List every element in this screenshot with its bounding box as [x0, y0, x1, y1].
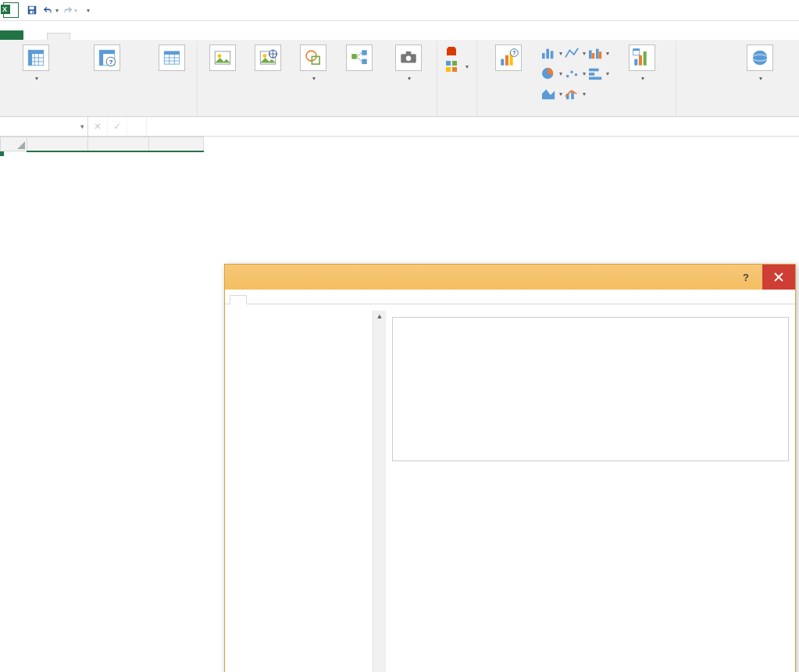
formula-bar: ✕ ✓	[0, 117, 799, 137]
svg-rect-49	[596, 49, 599, 59]
chart-type-pie[interactable]: ▾	[540, 63, 563, 84]
selection-rectangle	[0, 152, 3, 155]
recommended-charts-button[interactable]: ?	[482, 43, 535, 76]
svg-point-34	[406, 56, 412, 62]
thumbnail-scrollbar[interactable]: ▲ ▼	[373, 311, 386, 672]
ribbon-tab-review[interactable]	[141, 33, 164, 40]
ribbon-tabs	[0, 21, 799, 40]
chart-type-scatter[interactable]: ▾	[563, 63, 587, 84]
dialog-tab-recommended[interactable]	[230, 295, 247, 304]
svg-rect-17	[164, 52, 180, 55]
map-icon	[747, 44, 773, 71]
svg-point-53	[570, 70, 573, 73]
ribbon-tab-formulas[interactable]	[94, 33, 117, 40]
pivot-chart-button[interactable]: ▾	[613, 43, 671, 85]
svg-rect-44	[542, 53, 545, 59]
ribbon-tab-data[interactable]	[117, 33, 141, 40]
dialog-help-button[interactable]: ?	[729, 265, 762, 290]
chart-type-area[interactable]: ▾	[540, 84, 563, 104]
scroll-up-icon[interactable]: ▲	[376, 312, 383, 320]
shapes-icon	[300, 44, 326, 71]
spreadsheet-grid[interactable]	[0, 137, 204, 152]
cancel-formula-icon[interactable]: ✕	[88, 117, 108, 136]
sheet	[0, 137, 204, 672]
online-pictures-button[interactable]	[248, 43, 288, 76]
ribbon-tab-layout[interactable]	[70, 33, 94, 40]
recommended-pivot-icon: ?	[94, 44, 120, 71]
ribbon-tab-insert[interactable]	[47, 33, 70, 40]
enter-formula-icon[interactable]: ✓	[108, 117, 127, 136]
svg-rect-33	[406, 52, 412, 55]
svg-rect-50	[599, 52, 602, 59]
svg-rect-64	[633, 49, 640, 51]
chart-preview-pane	[392, 311, 789, 672]
svg-rect-60	[634, 59, 637, 66]
pictures-button[interactable]	[202, 43, 243, 76]
screenshot-icon	[395, 44, 422, 71]
svg-rect-45	[546, 49, 549, 59]
ribbon-tab-file[interactable]	[0, 30, 23, 40]
customize-qat[interactable]: ▾	[80, 2, 97, 19]
pivot-chart-icon	[629, 44, 655, 71]
undo-button[interactable]: ▾	[42, 2, 59, 19]
sheet-area: ? ▲ ▼	[0, 137, 799, 672]
recommended-charts-icon: ?	[495, 44, 522, 71]
pivot-table-button[interactable]: ▾	[9, 43, 62, 85]
chart-thumbnail-list: ▲ ▼	[231, 311, 386, 672]
store-button[interactable]	[442, 43, 472, 59]
group-apps: ▾	[437, 41, 477, 116]
excel-icon: X	[3, 2, 19, 18]
screenshot-button[interactable]: ▾	[385, 43, 432, 85]
ribbon-tab-home[interactable]	[23, 33, 47, 40]
ribbon: ▾ ?	[0, 40, 799, 117]
table-icon	[159, 44, 185, 71]
save-button[interactable]	[23, 2, 41, 19]
group-label-illustrations	[202, 113, 432, 116]
svg-rect-55	[589, 69, 599, 72]
chart-type-column[interactable]: ▾	[540, 43, 563, 63]
table-button[interactable]	[152, 43, 192, 76]
chart-type-stock[interactable]: ▾	[587, 43, 610, 63]
svg-rect-6	[28, 50, 32, 66]
chart-type-combo[interactable]: ▾	[563, 84, 587, 104]
name-box[interactable]	[0, 117, 88, 136]
svg-rect-1	[30, 7, 34, 10]
smartart-button[interactable]	[338, 43, 380, 76]
chart-type-bar[interactable]: ▾	[587, 63, 610, 84]
svg-rect-13	[99, 50, 103, 66]
svg-rect-3	[32, 12, 34, 13]
svg-rect-36	[452, 61, 457, 66]
svg-rect-39	[501, 59, 504, 66]
dialog-close-button[interactable]	[762, 265, 795, 290]
fx-icon[interactable]	[127, 117, 147, 136]
insert-chart-dialog: ? ▲ ▼	[224, 264, 796, 672]
dialog-tab-all[interactable]	[247, 295, 264, 304]
group-illustrations: ▾ ▾	[198, 41, 437, 116]
active-cell-outline	[0, 152, 3, 155]
svg-rect-30	[362, 50, 367, 55]
column-header-a[interactable]	[27, 137, 88, 151]
my-apps-button[interactable]: ▾	[442, 59, 472, 74]
online-pictures-icon	[255, 44, 281, 71]
chart-type-line[interactable]: ▾	[563, 43, 587, 63]
select-all-corner[interactable]	[1, 137, 27, 151]
svg-rect-29	[351, 54, 357, 59]
shapes-button[interactable]: ▾	[293, 43, 334, 85]
group-label-apps	[442, 113, 472, 116]
ribbon-tab-view[interactable]	[164, 33, 187, 40]
map-button[interactable]: ▾	[741, 43, 779, 85]
pivot-table-icon	[23, 44, 49, 71]
redo-button[interactable]: ▾	[61, 2, 78, 19]
dialog-titlebar[interactable]: ?	[225, 265, 795, 290]
column-header-b[interactable]	[88, 137, 149, 151]
column-header-c[interactable]	[149, 137, 204, 151]
svg-rect-35	[446, 61, 451, 66]
svg-rect-48	[592, 53, 595, 59]
quick-access-toolbar: X ▾ ▾ ▾	[3, 2, 97, 19]
svg-rect-47	[589, 50, 592, 59]
group-tables: ▾ ?	[5, 41, 198, 116]
svg-rect-37	[446, 67, 451, 72]
recommended-pivot-button[interactable]: ?	[67, 43, 147, 76]
ribbon-tab-addins[interactable]	[187, 33, 211, 40]
my-apps-icon	[445, 60, 458, 73]
